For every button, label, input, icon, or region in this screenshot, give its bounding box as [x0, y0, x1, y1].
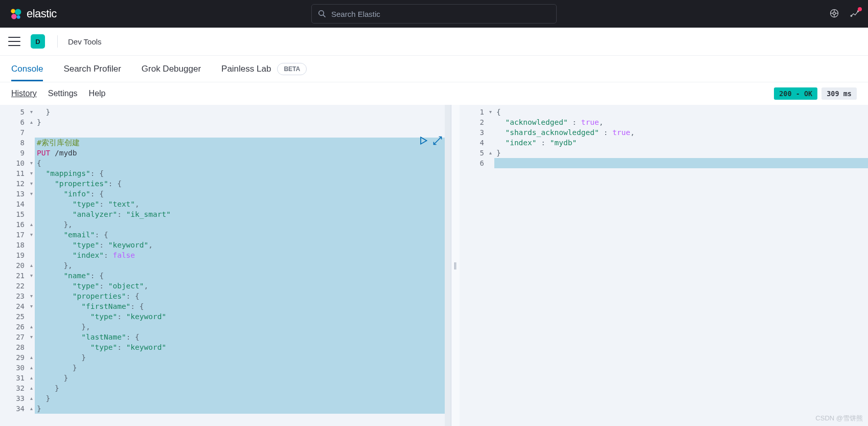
help-link[interactable]: Help	[89, 89, 106, 98]
code-line[interactable]: #索引库创建	[35, 138, 451, 148]
svg-point-3	[17, 15, 20, 19]
code-line[interactable]: "type": "object",	[35, 281, 451, 291]
code-line[interactable]: "properties": {	[35, 291, 451, 301]
response-viewer[interactable]: { "acknowledged" : true, "shards_acknowl…	[494, 105, 868, 426]
history-link[interactable]: History	[11, 89, 37, 98]
page-title: Dev Tools	[68, 37, 102, 46]
request-scrollbar[interactable]	[445, 105, 451, 426]
svg-marker-12	[421, 137, 427, 144]
request-line-gutter: 5678910111213141516171819202122232425262…	[0, 105, 28, 426]
code-line[interactable]: }	[494, 148, 868, 158]
global-search-input[interactable]: Search Elastic	[311, 4, 557, 24]
tab-grok-debugger[interactable]: Grok Debugger	[142, 64, 201, 74]
response-fold-gutter: ▾▴	[487, 105, 494, 426]
code-line[interactable]: }	[35, 383, 451, 393]
code-line[interactable]: "type": "text",	[35, 199, 451, 209]
response-line-gutter: 123456	[460, 105, 487, 426]
code-line[interactable]: },	[35, 219, 451, 230]
code-line[interactable]	[35, 127, 451, 138]
code-line[interactable]: },	[35, 322, 451, 332]
code-line[interactable]: }	[35, 373, 451, 383]
code-line[interactable]: "email": {	[35, 230, 451, 240]
code-line[interactable]: }	[35, 117, 451, 127]
code-line[interactable]: PUT /mydb	[35, 148, 451, 158]
code-line[interactable]: "mappings": {	[35, 168, 451, 178]
global-header: elastic Search Elastic	[0, 0, 868, 28]
elastic-logo-icon	[8, 7, 22, 21]
code-line[interactable]: "index": false	[35, 250, 451, 260]
send-request-icon[interactable]	[418, 136, 428, 146]
dev-tools-tabs: ConsoleSearch ProfilerGrok DebuggerPainl…	[0, 56, 868, 82]
request-fold-gutter[interactable]: ▾▴▾▾▾▾▴▾▴▾▾▾▴▾▴▴▴▴▴▴	[28, 105, 35, 426]
code-line[interactable]: "firstName": {	[35, 301, 451, 311]
code-line[interactable]: "index" : "mydb"	[494, 138, 868, 148]
request-pane[interactable]: 5678910111213141516171819202122232425262…	[0, 105, 451, 426]
code-line[interactable]: "info": {	[35, 189, 451, 199]
search-icon	[318, 10, 326, 18]
tab-painless-lab[interactable]: Painless LabBETA	[221, 63, 307, 75]
console-editor-area: 5678910111213141516171819202122232425262…	[0, 105, 868, 426]
svg-point-1	[15, 9, 21, 15]
space-selector[interactable]: D	[31, 34, 45, 49]
code-line[interactable]: }	[35, 393, 451, 403]
code-line[interactable]: "type": "keyword"	[35, 342, 451, 352]
pane-resize-handle[interactable]: ‖	[451, 105, 460, 426]
svg-point-0	[11, 9, 15, 13]
code-line[interactable]: }	[35, 107, 451, 117]
newsfeed-icon[interactable]	[850, 8, 860, 20]
status-badge: 200 - OK	[774, 87, 817, 100]
tab-search-profiler[interactable]: Search Profiler	[63, 64, 121, 74]
code-line[interactable]: "properties": {	[35, 178, 451, 189]
notification-dot	[858, 7, 862, 11]
divider	[57, 35, 58, 48]
code-line[interactable]: "type": "keyword"	[35, 311, 451, 322]
code-line[interactable]: "shards_acknowledged" : true,	[494, 127, 868, 138]
settings-link[interactable]: Settings	[48, 89, 78, 98]
console-subheader: History Settings Help 200 - OK 309 ms	[0, 82, 868, 105]
search-placeholder: Search Elastic	[331, 10, 380, 18]
svg-point-5	[833, 12, 836, 14]
request-editor[interactable]: }}#索引库创建PUT /mydb{ "mappings": { "proper…	[35, 105, 451, 426]
code-line[interactable]: },	[35, 260, 451, 271]
help-icon[interactable]	[829, 8, 839, 20]
code-line[interactable]: "acknowledged" : true,	[494, 117, 868, 127]
code-line[interactable]: "type": "keyword",	[35, 240, 451, 250]
response-pane[interactable]: 123456 ▾▴ { "acknowledged" : true, "shar…	[460, 105, 868, 426]
code-line[interactable]	[494, 158, 868, 168]
request-options-icon[interactable]	[432, 136, 443, 146]
code-line[interactable]: "name": {	[35, 271, 451, 281]
brand-logo[interactable]: elastic	[8, 7, 57, 21]
watermark: CSDN @雪饼熊	[815, 414, 863, 423]
code-line[interactable]: {	[494, 107, 868, 117]
code-line[interactable]: "analyzer": "ik_smart"	[35, 209, 451, 219]
code-line[interactable]: "lastName": {	[35, 332, 451, 342]
code-line[interactable]: }	[35, 352, 451, 363]
tab-console[interactable]: Console	[11, 64, 43, 74]
beta-badge: BETA	[277, 63, 307, 75]
svg-point-2	[11, 14, 17, 19]
nav-toggle-button[interactable]	[8, 37, 20, 46]
code-line[interactable]: }	[35, 363, 451, 373]
code-line[interactable]: }	[35, 403, 451, 414]
breadcrumb-bar: D Dev Tools	[0, 28, 868, 56]
code-line[interactable]: {	[35, 158, 451, 168]
brand-name: elastic	[27, 7, 57, 20]
timing-badge: 309 ms	[821, 87, 857, 100]
